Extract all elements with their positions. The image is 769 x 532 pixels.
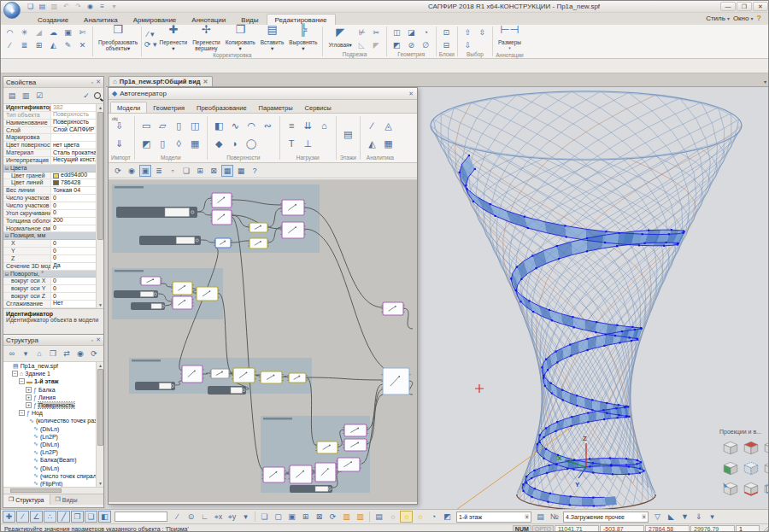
printer-icon[interactable]: ▤: [373, 511, 385, 523]
tree-item[interactable]: ∿(Ln2P): [3, 448, 103, 456]
trim-icon-2[interactable]: ◺: [355, 38, 369, 51]
property-row[interactable]: вокруг оси Z0: [3, 293, 103, 301]
property-row[interactable]: НаименованиеПоверхность: [3, 120, 103, 127]
structure-scrollbar[interactable]: ▲▼: [96, 362, 103, 487]
property-row[interactable]: ИнтерпретацияНесущий конст...: [3, 157, 103, 165]
property-row[interactable]: Цвет линий786428: [3, 179, 103, 187]
panel-tab-Структура[interactable]: ❐Структура: [3, 494, 50, 505]
graph-node[interactable]: [343, 439, 368, 451]
grid-on-icon[interactable]: ▦: [221, 165, 233, 177]
cursor-x-filter-icon[interactable]: ⌖x: [212, 511, 225, 523]
window-menu[interactable]: Окно▾: [733, 15, 754, 22]
perpendicular-icon[interactable]: ∟: [198, 511, 211, 523]
snap-line-toggle[interactable]: ∕: [16, 511, 29, 523]
table-funnel-icon[interactable]: ▼: [678, 511, 691, 523]
corr-small-icon-1[interactable]: ⟳ ▾: [144, 40, 157, 49]
autogen-tab-Преобразование[interactable]: Преобразование: [191, 102, 253, 113]
spiral-ramp-segment[interactable]: [570, 496, 582, 506]
geometry-icon-2[interactable]: ◔: [419, 26, 433, 38]
help-icon[interactable]: ?: [249, 165, 261, 177]
corner-trim-button[interactable]: ◤Угловая▾: [326, 28, 354, 49]
autogen-tool-icon-2-0[interactable]: ◧: [211, 117, 227, 135]
autogen-tab-Параметры[interactable]: Параметры: [253, 102, 299, 113]
printer2-icon[interactable]: ▤: [534, 511, 547, 523]
graph-input-pill[interactable]: [116, 207, 197, 218]
autogen-tool-icon-5-3[interactable]: ▦: [380, 135, 396, 153]
structure-hscrollbar[interactable]: [3, 487, 103, 494]
property-row[interactable]: X0: [3, 240, 103, 248]
proj-bottom-icon[interactable]: [741, 478, 761, 499]
tree-item[interactable]: −⌂Здание 1: [3, 370, 103, 377]
graph-node[interactable]: [214, 238, 232, 248]
structure-tool-icon-4[interactable]: ⇄: [61, 348, 73, 360]
proj-iso-icon[interactable]: [720, 437, 741, 458]
tree-item[interactable]: +ƒПоверхность: [3, 401, 103, 409]
apply-check-icon[interactable]: ✓: [80, 90, 92, 102]
style-menu[interactable]: Стиль▾: [706, 15, 730, 22]
structure-tool-icon-6[interactable]: ⟳: [88, 348, 100, 360]
graph-input-pill[interactable]: [135, 382, 175, 390]
num-indicator[interactable]: NUM: [513, 525, 531, 532]
geometry-icon-3[interactable]: ◩: [390, 38, 404, 51]
proj-axon-icon[interactable]: [741, 458, 761, 478]
properties-close-icon[interactable]: ✕: [96, 79, 101, 85]
spiral-ramp-segment[interactable]: [582, 497, 594, 506]
autogen-tool-icon-3-0[interactable]: ≡: [284, 117, 300, 135]
autogenerator-close-icon[interactable]: ✕: [408, 91, 414, 97]
snap-angle-toggle[interactable]: ∠: [30, 511, 43, 523]
ribbon-button-4[interactable]: ╠Выровнять▾: [286, 26, 320, 52]
autogen-tab-Модели[interactable]: Модели: [110, 102, 147, 113]
image-icon[interactable]: ▣: [139, 165, 151, 177]
spiral-ramp-segment[interactable]: [610, 408, 617, 418]
tree-item[interactable]: ∿(DivLn): [3, 464, 103, 471]
edit-tool-icon-9[interactable]: ◭: [46, 38, 61, 51]
open-file-icon[interactable]: ▤: [37, 2, 48, 11]
pin-icon[interactable]: ▫: [91, 79, 93, 85]
funnel-chart-icon[interactable]: ▽: [651, 511, 664, 523]
blocks-icon-0[interactable]: ⊡: [439, 26, 454, 38]
redo-icon[interactable]: ↷: [73, 2, 84, 11]
sphere-icon[interactable]: ◉: [85, 2, 96, 11]
autogen-tool-icon-1-3[interactable]: ◫: [187, 117, 203, 135]
tree-item[interactable]: −ƒНод: [3, 409, 103, 417]
edit-tool-icon-1[interactable]: ✳: [17, 26, 32, 38]
copy-rotate2-toggle[interactable]: ❏: [85, 511, 97, 523]
graph-input-pill[interactable]: [139, 236, 201, 245]
snap-point-toggle[interactable]: ✚: [3, 511, 15, 523]
select-icon-2[interactable]: ⇩: [461, 38, 475, 51]
spiral-ramp-segment[interactable]: [603, 409, 611, 419]
graph-node[interactable]: [381, 302, 405, 315]
edit-tool-icon-2[interactable]: ◢: [32, 26, 46, 38]
tab-list-dropdown-icon[interactable]: ▾: [764, 79, 766, 85]
graph-node[interactable]: [287, 373, 308, 383]
spiral-ramp-segment[interactable]: [593, 497, 605, 506]
tree-item[interactable]: ▤Пр1а_new.spf: [3, 362, 103, 370]
property-row[interactable]: Число участков тр...0: [3, 195, 103, 202]
spiral-ramp-segment[interactable]: [557, 242, 572, 259]
graph-node[interactable]: [180, 365, 204, 383]
proj-right-icon[interactable]: [761, 458, 768, 478]
structure-tool-icon-0[interactable]: ∞: [6, 348, 18, 360]
download-icon[interactable]: ⇓: [692, 511, 705, 523]
select-caret-icon[interactable]: ▾: [525, 514, 529, 519]
undo-icon[interactable]: ↶: [61, 2, 72, 11]
bulb2-icon[interactable]: ☼: [414, 511, 426, 523]
cup-icon[interactable]: ◔: [427, 511, 440, 523]
autogen-tool-icon-1-5[interactable]: ▯: [155, 135, 171, 153]
autogen-tool-icon-3-3[interactable]: Τ: [284, 135, 300, 153]
graph-node[interactable]: [261, 467, 286, 482]
dimensions-button[interactable]: ⊢⊣Размеры▾: [496, 26, 524, 52]
graph-input-pill[interactable]: [290, 485, 332, 493]
properties-scrollbar[interactable]: ▲▼: [96, 104, 103, 308]
box-hidden-icon[interactable]: ⊠: [313, 511, 326, 523]
select-icon-1[interactable]: ⇳: [475, 26, 490, 38]
scroll-down-icon[interactable]: ▼: [97, 301, 103, 308]
autogen-tool-icon-1-1[interactable]: ▱: [155, 117, 171, 135]
snap-diagonal-toggle[interactable]: ╱: [57, 511, 70, 523]
autogen-tool-icon-3-2[interactable]: ⌂: [316, 117, 332, 135]
proj-top-icon[interactable]: [741, 437, 761, 458]
document-tab[interactable]: ⌂ Пр1а_new.spf:Общий вид ✕: [109, 76, 213, 86]
property-row[interactable]: Сечение 3D моделиДа: [3, 263, 103, 271]
autogenerator-titlebar[interactable]: ◆ Автогенератор ✕: [109, 88, 417, 100]
edit-tool-icon-10[interactable]: ✎: [61, 38, 75, 51]
